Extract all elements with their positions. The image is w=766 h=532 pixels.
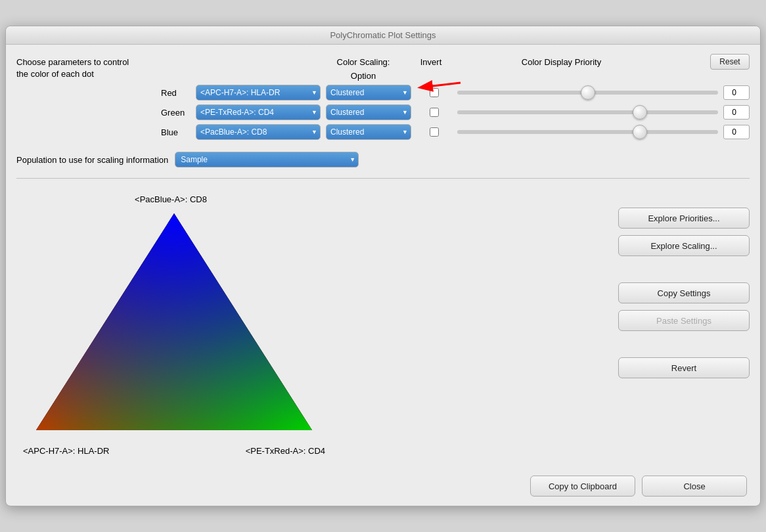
red-option-wrapper[interactable]: Clustered Linear Log Arcsinh xyxy=(326,85,411,100)
triangle-label-bottom-left: <APC-H7-A>: HLA-DR xyxy=(23,446,109,456)
red-label: Red xyxy=(161,88,191,98)
red-slider-thumb[interactable] xyxy=(581,85,595,100)
green-slider-wrap xyxy=(457,105,750,120)
triangle-labels-bottom: <APC-H7-A>: HLA-DR <PE-TxRed-A>: CD4 xyxy=(23,443,325,458)
main-window: PolyChromatic Plot Settings Choose param… xyxy=(5,26,761,506)
bottom-buttons-row: Copy to Clipboard Close xyxy=(16,476,750,497)
svg-marker-4 xyxy=(36,213,312,430)
choose-label: Choose parameters to control the color o… xyxy=(16,54,148,80)
green-priority-input[interactable] xyxy=(723,105,750,120)
copy-settings-button[interactable]: Copy Settings xyxy=(618,282,750,303)
triangle-container xyxy=(23,207,325,443)
blue-slider-thumb[interactable] xyxy=(633,125,647,139)
red-option-select[interactable]: Clustered Linear Log Arcsinh xyxy=(326,85,411,100)
explore-scaling-button[interactable]: Explore Scaling... xyxy=(618,235,750,256)
window-title: PolyChromatic Plot Settings xyxy=(330,30,436,40)
triangle-label-bottom-right: <PE-TxRed-A>: CD4 xyxy=(246,446,325,456)
red-invert-checkbox[interactable] xyxy=(430,88,439,97)
option-header: Option xyxy=(321,71,406,81)
divider xyxy=(16,178,750,179)
red-priority-input[interactable] xyxy=(723,85,750,100)
paste-settings-button[interactable]: Paste Settings xyxy=(618,310,750,331)
controls-area: Color Scaling: Invert Color Display Prio… xyxy=(161,54,750,144)
right-panel: Explore Priorities... Explore Scaling...… xyxy=(345,188,750,378)
red-slider-wrap xyxy=(457,85,750,100)
blue-option-wrapper[interactable]: Clustered Linear Log Arcsinh xyxy=(326,124,411,140)
blue-channel-row: Blue <PacBlue-A>: CD8 Clustered Linear L… xyxy=(161,124,750,140)
blue-label: Blue xyxy=(161,127,191,137)
priority-header: Color Display Priority xyxy=(456,57,667,67)
green-channel-row: Green <PE-TxRed-A>: CD4 Clustered Linear… xyxy=(161,104,750,120)
green-channel-select-wrapper[interactable]: <PE-TxRed-A>: CD4 xyxy=(196,104,321,120)
blue-option-select[interactable]: Clustered Linear Log Arcsinh xyxy=(326,124,411,140)
green-slider-track[interactable] xyxy=(457,110,718,114)
red-channel-row: Red <APC-H7-A>: HLA-DR Clustered Linear … xyxy=(161,85,750,100)
reset-button[interactable]: Reset xyxy=(710,54,750,70)
color-scaling-title: Color Scaling: xyxy=(321,57,406,67)
green-invert-checkbox[interactable] xyxy=(430,108,439,117)
invert-header: Invert xyxy=(411,57,451,67)
bottom-section: <PacBlue-A>: CD8 xyxy=(16,188,750,465)
population-select-wrapper[interactable]: Sample xyxy=(175,152,359,167)
blue-slider-wrap xyxy=(457,125,750,139)
blue-slider-track[interactable] xyxy=(457,130,718,134)
red-slider-track[interactable] xyxy=(457,91,718,95)
titlebar: PolyChromatic Plot Settings xyxy=(6,26,760,45)
red-channel-select-wrapper[interactable]: <APC-H7-A>: HLA-DR xyxy=(196,85,321,100)
copy-to-clipboard-button[interactable]: Copy to Clipboard xyxy=(530,476,635,497)
green-option-select[interactable]: Clustered Linear Log Arcsinh xyxy=(326,104,411,120)
blue-invert-checkbox[interactable] xyxy=(430,127,439,137)
triangle-label-top: <PacBlue-A>: CD8 xyxy=(16,194,325,204)
triangle-area: <PacBlue-A>: CD8 xyxy=(16,188,332,465)
blue-channel-select-wrapper[interactable]: <PacBlue-A>: CD8 xyxy=(196,124,321,140)
red-channel-select[interactable]: <APC-H7-A>: HLA-DR xyxy=(196,85,321,100)
population-select[interactable]: Sample xyxy=(175,152,359,167)
population-row: Population to use for scaling informatio… xyxy=(16,152,750,167)
blue-channel-select[interactable]: <PacBlue-A>: CD8 xyxy=(196,124,321,140)
green-option-wrapper[interactable]: Clustered Linear Log Arcsinh xyxy=(326,104,411,120)
explore-priorities-button[interactable]: Explore Priorities... xyxy=(618,208,750,229)
green-slider-thumb[interactable] xyxy=(633,105,647,120)
close-button[interactable]: Close xyxy=(642,476,747,497)
triangle-svg xyxy=(23,207,325,443)
revert-button[interactable]: Revert xyxy=(618,357,750,378)
green-label: Green xyxy=(161,108,191,118)
green-channel-select[interactable]: <PE-TxRed-A>: CD4 xyxy=(196,104,321,120)
blue-priority-input[interactable] xyxy=(723,125,750,139)
population-label: Population to use for scaling informatio… xyxy=(16,155,168,165)
